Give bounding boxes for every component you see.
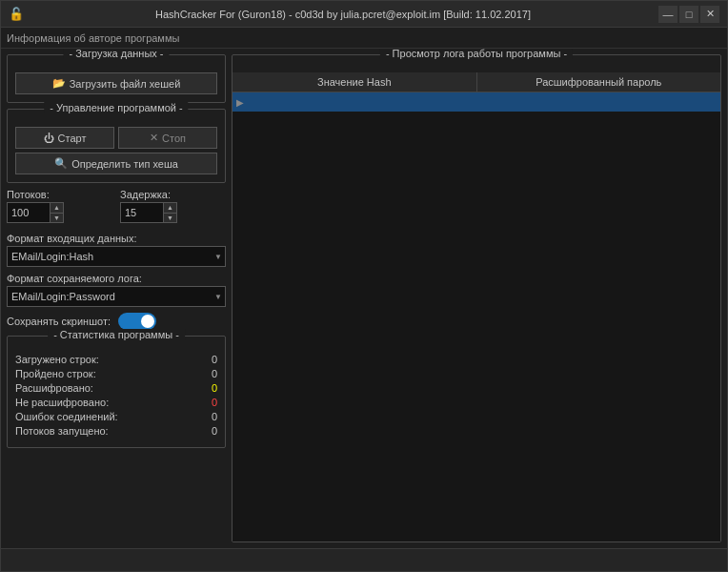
threads-arrows: ▲ ▼	[50, 203, 63, 222]
input-format-wrapper: EMail/Login:Hash Login:Hash Hash	[7, 246, 226, 267]
menu-bar-text[interactable]: Информация об авторе программы	[7, 32, 179, 44]
input-format-section: Формат входящих данных: EMail/Login:Hash…	[7, 233, 226, 267]
load-group-title: - Загрузка данных -	[63, 49, 169, 59]
stats-key-1: Пройдено строк:	[15, 368, 96, 379]
stop-icon: ✕	[150, 132, 158, 144]
threads-label: Потоков:	[7, 189, 112, 200]
delay-down[interactable]: ▼	[163, 214, 176, 223]
stats-row: Загружено строк:0	[15, 354, 217, 365]
log-group: - Просмотр лога работы программы - Значе…	[232, 54, 721, 542]
save-format-label: Формат сохраняемого лога:	[7, 273, 226, 284]
stats-rows: Загружено строк:0Пройдено строк:0Расшифр…	[15, 354, 217, 437]
detect-label: Определить тип хеша	[71, 158, 178, 170]
screenshot-label: Сохранять скриншот:	[7, 316, 111, 327]
detect-icon: 🔍	[54, 157, 68, 170]
stats-row: Расшифровано:0	[15, 382, 217, 394]
menu-bar: Информация об авторе программы	[1, 28, 727, 49]
screenshot-toggle[interactable]	[118, 313, 156, 330]
stats-row: Ошибок соединений:0	[15, 411, 217, 422]
log-col-password: Расшифрованный пароль	[477, 72, 721, 92]
control-group: - Управление программой - ⏻ Старт ✕ Стоп…	[7, 109, 226, 183]
main-content: - Загрузка данных - 📂 Загрузить файл хеш…	[1, 49, 727, 548]
input-format-select[interactable]: EMail/Login:Hash Login:Hash Hash	[7, 246, 226, 267]
stats-key-0: Загружено строк:	[15, 354, 99, 365]
threads-delay-row: Потоков: 100 ▲ ▼ Задержка: 15 ▲	[7, 189, 226, 223]
start-icon: ⏻	[44, 133, 54, 144]
threads-input[interactable]: 100	[11, 207, 54, 218]
log-col-hash: Значение Hash	[233, 72, 477, 92]
toggle-knob	[141, 315, 154, 328]
delay-label: Задержка:	[120, 189, 226, 200]
stats-val-1: 0	[198, 368, 217, 379]
stats-key-2: Расшифровано:	[15, 382, 93, 394]
stats-val-3: 0	[198, 397, 217, 408]
stats-key-3: Не расшифровано:	[15, 397, 109, 408]
control-group-title: - Управление программой -	[44, 102, 188, 113]
stats-val-5: 0	[198, 425, 217, 437]
delay-up[interactable]: ▲	[163, 203, 176, 214]
stats-key-4: Ошибок соединений:	[15, 411, 118, 422]
delay-arrows: ▲ ▼	[163, 203, 176, 222]
save-format-select[interactable]: EMail/Login:Password Login:Password Pass…	[7, 286, 226, 307]
stop-button[interactable]: ✕ Стоп	[118, 127, 217, 149]
start-stop-row: ⏻ Старт ✕ Стоп	[15, 127, 217, 149]
stats-val-0: 0	[198, 354, 217, 365]
save-format-section: Формат сохраняемого лога: EMail/Login:Pa…	[7, 273, 226, 307]
close-button[interactable]: ✕	[700, 6, 719, 23]
log-row-arrow: ▶	[233, 97, 248, 108]
log-body[interactable]: ▶	[233, 92, 720, 541]
stats-key-5: Потоков запущено:	[15, 425, 109, 437]
log-header: Значение Hash Расшифрованный пароль	[233, 72, 720, 92]
status-bar	[1, 548, 727, 571]
stats-row: Пройдено строк:0	[15, 368, 217, 379]
delay-spinbox[interactable]: 15 ▲ ▼	[120, 202, 177, 223]
log-table: Значение Hash Расшифрованный пароль ▶	[233, 72, 720, 541]
stats-group: - Статистика программы - Загружено строк…	[7, 336, 226, 448]
log-group-title: - Просмотр лога работы программы -	[380, 49, 573, 59]
minimize-button[interactable]: —	[658, 6, 677, 23]
delay-input[interactable]: 15	[125, 207, 168, 218]
stats-row: Потоков запущено:0	[15, 425, 217, 437]
left-panel: - Загрузка данных - 📂 Загрузить файл хеш…	[7, 54, 226, 542]
stats-row: Не расшифровано:0	[15, 397, 217, 408]
title-bar: 🔓 HashCracker For (Guron18) - c0d3d by j…	[1, 1, 727, 28]
window-controls: — □ ✕	[658, 6, 719, 23]
title-icon: 🔓	[9, 7, 24, 21]
load-file-label: Загрузить файл хешей	[70, 78, 181, 90]
start-label: Старт	[58, 133, 87, 144]
load-file-button[interactable]: 📂 Загрузить файл хешей	[15, 72, 217, 94]
detect-type-button[interactable]: 🔍 Определить тип хеша	[15, 153, 217, 174]
stats-val-2: 0	[198, 382, 217, 394]
screenshot-row: Сохранять скриншот:	[7, 313, 226, 330]
input-format-label: Формат входящих данных:	[7, 233, 226, 244]
load-file-icon: 📂	[52, 77, 66, 90]
title-text: HashCracker For (Guron18) - c0d3d by jul…	[28, 9, 658, 20]
stats-val-4: 0	[198, 411, 217, 422]
threads-up[interactable]: ▲	[50, 203, 63, 214]
load-group: - Загрузка данных - 📂 Загрузить файл хеш…	[7, 54, 226, 103]
start-button[interactable]: ⏻ Старт	[15, 127, 114, 149]
stop-label: Стоп	[162, 133, 186, 144]
main-window: 🔓 HashCracker For (Guron18) - c0d3d by j…	[0, 0, 728, 572]
stats-group-title: - Статистика программы -	[48, 329, 185, 340]
threads-down[interactable]: ▼	[50, 214, 63, 223]
save-format-wrapper: EMail/Login:Password Login:Password Pass…	[7, 286, 226, 307]
log-row-selected[interactable]: ▶	[233, 92, 720, 112]
right-panel: - Просмотр лога работы программы - Значе…	[232, 54, 721, 542]
maximize-button[interactable]: □	[679, 6, 698, 23]
threads-spinbox[interactable]: 100 ▲ ▼	[7, 202, 64, 223]
